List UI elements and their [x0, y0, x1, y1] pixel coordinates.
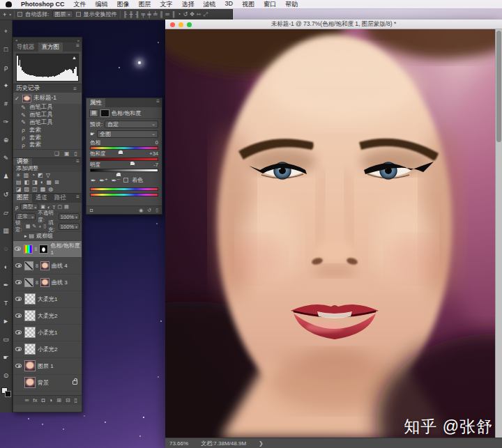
eyedropper-tool[interactable]: ✑ [1, 113, 12, 131]
auto-select-dropdown[interactable]: 图层 ▾ [52, 10, 73, 18]
background-color-swatch[interactable] [5, 391, 11, 397]
align-top-icon[interactable]: ╤ [142, 11, 146, 18]
reset-icon[interactable]: ↺ [147, 208, 151, 213]
menu-app-name[interactable]: Photoshop CC [21, 1, 65, 8]
delete-icon[interactable]: ▯ [155, 208, 158, 213]
layer-visibility-toggle[interactable] [15, 297, 22, 301]
3d-orbit-icon[interactable]: ◔ [178, 11, 181, 18]
layer-thumbnail[interactable] [24, 377, 36, 388]
align-bottom-icon[interactable]: ╧ [153, 11, 158, 18]
lock-transparent-icon[interactable]: ▦ [26, 224, 31, 229]
adjustment-thumbnail[interactable] [24, 245, 33, 254]
crop-tool[interactable]: # [1, 95, 12, 113]
menu-item-10[interactable]: 帮助 [285, 0, 298, 9]
close-icon[interactable]: × [15, 38, 18, 43]
threshold-icon[interactable]: ◫ [32, 186, 38, 192]
layer-row[interactable]: 8曲线 3 [13, 275, 82, 291]
move-tool[interactable]: + [1, 22, 12, 40]
3d-scale-icon[interactable]: ⤢ [204, 11, 208, 18]
eyedropper-plus-icon[interactable]: ✒⁺ [100, 177, 108, 184]
quick-selection-tool[interactable]: ✦ [1, 77, 12, 95]
filter-smart-icon[interactable]: ▤ [64, 204, 69, 210]
brush-tool[interactable]: ✎ [1, 149, 12, 167]
visibility-icon[interactable]: ◉ [139, 208, 143, 213]
3d-slide-icon[interactable]: ⇿ [197, 11, 201, 18]
clone-stamp-tool[interactable]: ♟ [1, 167, 12, 185]
opacity-dropdown[interactable]: 100% ▾ [59, 213, 79, 220]
preset-dropdown[interactable]: 自定 ⌄ [105, 121, 158, 128]
vibrance-icon[interactable]: ▽ [46, 172, 50, 178]
saturation-slider-track[interactable] [90, 157, 158, 161]
brightness-contrast-icon[interactable]: ✳ [16, 172, 21, 178]
link-icon[interactable]: ∞ [25, 397, 29, 403]
layer-thumbnail[interactable] [40, 278, 50, 287]
marquee-tool[interactable]: □ [1, 40, 12, 59]
adjustment-thumbnail[interactable] [24, 261, 33, 270]
3d-pan-icon[interactable]: ✥ [190, 11, 195, 18]
hue-saturation-icon[interactable]: ▤ [16, 179, 22, 185]
lock-pixels-icon[interactable]: ✎ [32, 224, 36, 229]
layer-row[interactable]: 小柔光1 [13, 325, 82, 341]
history-entry[interactable]: ρ套索 [13, 141, 82, 149]
layer-visibility-toggle[interactable] [15, 364, 22, 368]
align-left-icon[interactable]: ╟ [123, 11, 128, 18]
scrollbar-thumb[interactable] [496, 31, 501, 142]
move-tool-icon[interactable]: + [3, 11, 6, 18]
photo-filter-icon[interactable]: ◐ [40, 179, 44, 185]
layer-visibility-toggle[interactable] [15, 314, 22, 318]
collapse-icon[interactable]: » [77, 38, 79, 43]
posterize-icon[interactable]: ▨ [24, 186, 30, 192]
healing-brush-tool[interactable]: ⊕ [1, 131, 12, 149]
eraser-tool[interactable]: ▱ [1, 203, 12, 222]
layer-visibility-toggle[interactable] [15, 247, 22, 251]
distribute-right-icon[interactable]: ║ [172, 11, 176, 18]
color-swatches[interactable] [1, 387, 11, 397]
menu-item-3[interactable]: 图层 [139, 0, 151, 9]
tab-histogram[interactable]: 直方图 [38, 43, 63, 52]
pen-tool[interactable]: ✒ [1, 276, 12, 294]
history-snapshot-row[interactable]: ✓ 未标题-1 [13, 93, 82, 104]
layer-mask-thumbnail[interactable] [39, 245, 48, 254]
zoom-level-field[interactable]: 73.66% [169, 440, 188, 447]
slider-thumb[interactable] [116, 172, 121, 177]
blur-tool[interactable]: ◌ [1, 240, 12, 258]
slider-value[interactable]: 0 [155, 139, 158, 146]
color-balance-icon[interactable]: ◧ [24, 179, 30, 185]
group-icon[interactable]: ⊞ [56, 397, 61, 403]
history-entry[interactable]: ρ套索 [13, 134, 82, 141]
layer-row[interactable]: 背景 [13, 375, 82, 392]
tab-paths[interactable]: 路径 [51, 194, 70, 203]
filter-pixel-icon[interactable]: ▣ [40, 204, 45, 210]
layer-visibility-toggle[interactable] [15, 330, 22, 334]
align-hcenter-icon[interactable]: ╫ [129, 11, 133, 18]
layer-row[interactable]: 小柔光2 [13, 341, 82, 358]
menu-item-0[interactable]: 文件 [74, 0, 86, 9]
lock-all-icon[interactable]: ▯ [43, 224, 46, 229]
clip-to-layer-icon[interactable]: ◘ [90, 208, 93, 213]
zoom-tool[interactable]: ⊙ [1, 366, 12, 385]
layer-row[interactable]: 图层 1 [13, 358, 82, 375]
fill-dropdown[interactable]: 100% ▾ [59, 223, 79, 230]
tab-properties[interactable]: 属性 [86, 98, 105, 107]
color-lookup-icon[interactable]: ⊞ [54, 179, 59, 185]
layer-mask-badge[interactable] [100, 109, 109, 117]
panel-menu-icon[interactable]: ≡ [156, 98, 162, 107]
new-snapshot-icon[interactable]: ▣ [64, 150, 70, 157]
distribute-hcenter-icon[interactable]: ═ [165, 11, 169, 18]
filter-type-layer-icon[interactable]: T [52, 205, 55, 210]
invert-icon[interactable]: ◪ [16, 186, 22, 192]
lightness-slider-track[interactable] [90, 169, 158, 172]
filter-type-dropdown[interactable]: 类型 ▾ [20, 203, 38, 210]
auto-select-checkbox[interactable] [17, 12, 22, 17]
levels-icon[interactable]: ▥ [24, 172, 29, 178]
lasso-tool[interactable]: ρ [1, 59, 12, 77]
menu-item-1[interactable]: 编辑 [96, 0, 108, 9]
eyedropper-minus-icon[interactable]: ✒⁻ [112, 177, 120, 184]
vertical-scrollbar[interactable] [495, 29, 502, 438]
new-doc-from-state-icon[interactable]: ❏ [54, 150, 59, 157]
history-brush-source-icon[interactable]: ✓ [15, 95, 20, 102]
layer-row[interactable]: 大柔光1 [13, 291, 82, 308]
colorize-checkbox[interactable] [123, 178, 128, 183]
tool-preset-chevron-icon[interactable]: ▾ [9, 12, 11, 17]
layer-row[interactable]: 8曲线 4 [13, 258, 82, 275]
